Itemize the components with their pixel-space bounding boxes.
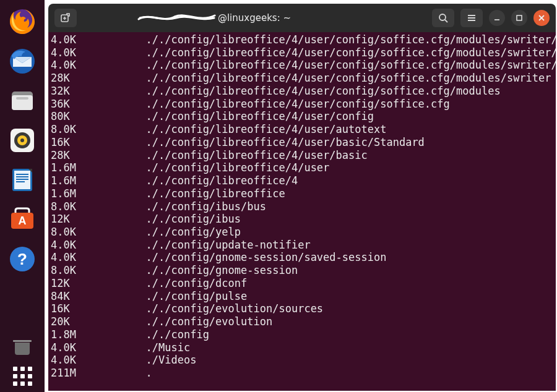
terminal-line: 4.0K ././config/libreoffice/4/user/confi… — [51, 46, 553, 59]
terminal-output[interactable]: 4.0K ././config/libreoffice/4/user/confi… — [48, 32, 556, 391]
hamburger-menu-button[interactable] — [460, 9, 483, 27]
minimize-button[interactable] — [489, 10, 505, 26]
thunderbird-icon[interactable] — [6, 45, 39, 78]
terminal-line: 4.0K ././config/update-notifier — [51, 239, 553, 252]
terminal-line: 1.6M ././config/libreoffice/4 — [51, 174, 553, 187]
svg-rect-14 — [16, 181, 25, 182]
window-title: @linuxgeeks: ~ — [218, 12, 291, 23]
terminal-line: 12K ././config/dconf — [51, 277, 553, 290]
terminal-line: 4.0K ././config/libreoffice/4/user/confi… — [51, 33, 553, 46]
window-title-text: @linuxgeeks: ~ — [218, 12, 291, 23]
terminal-line: 1.8M ././config — [51, 328, 553, 341]
search-button[interactable] — [432, 9, 454, 27]
new-tab-button[interactable] — [54, 9, 77, 27]
svg-rect-21 — [517, 15, 522, 20]
terminal-window: @linuxgeeks: ~ — [48, 4, 556, 391]
terminal-line: 16K ././config/libreoffice/4/user/basic/… — [51, 136, 553, 149]
terminal-line: 80K ././config/libreoffice/4/user/config — [51, 110, 553, 123]
svg-rect-4 — [16, 97, 28, 100]
software-center-icon[interactable]: A — [6, 203, 39, 236]
svg-rect-12 — [16, 176, 28, 177]
help-icon[interactable]: ? — [6, 242, 39, 276]
terminal-line: 4.0K ././config/libreoffice/4/user/confi… — [51, 59, 553, 72]
terminal-line: 84K ././config/pulse — [51, 290, 553, 303]
svg-text:?: ? — [17, 250, 27, 268]
terminal-line: 8.0K ././config/yelp — [51, 226, 553, 239]
terminal-line: 28K ././config/libreoffice/4/user/config… — [51, 72, 553, 85]
maximize-button[interactable] — [511, 10, 527, 26]
terminal-line: 4.0K ././config/gnome-session/saved-sess… — [51, 251, 553, 264]
titlebar: @linuxgeeks: ~ — [48, 4, 556, 32]
svg-point-8 — [20, 138, 24, 142]
dock: A ? — [0, 0, 45, 392]
terminal-line: 20K ././config/evolution — [51, 315, 553, 328]
terminal-line: 1.6M ././config/libreoffice/4/user — [51, 161, 553, 174]
terminal-line: 4.0K ./Music — [51, 341, 553, 354]
terminal-line: 8.0K ././config/gnome-session — [51, 264, 553, 277]
svg-text:A: A — [19, 215, 27, 227]
terminal-line: 16K ././config/evolution/sources — [51, 302, 553, 315]
svg-rect-13 — [16, 179, 28, 180]
close-button[interactable] — [533, 10, 550, 26]
files-icon[interactable] — [6, 84, 39, 117]
terminal-line: 12K ././config/ibus — [51, 213, 553, 226]
terminal-line: 8.0K ././config/ibus/bus — [51, 200, 553, 213]
terminal-line: 4.0K ./Videos — [51, 354, 553, 367]
terminal-line: 28K ././config/libreoffice/4/user/basic — [51, 149, 553, 162]
svg-point-20 — [439, 14, 446, 20]
rhythmbox-icon[interactable] — [6, 124, 39, 157]
terminal-line: 36K ././config/libreoffice/4/user/config… — [51, 98, 553, 111]
firefox-icon[interactable] — [6, 5, 39, 38]
libreoffice-writer-icon[interactable] — [6, 163, 39, 197]
show-applications-icon[interactable] — [6, 361, 39, 391]
trash-icon[interactable] — [7, 338, 38, 355]
terminal-line: 211M . — [51, 367, 553, 380]
terminal-line: 8.0K ././config/libreoffice/4/user/autot… — [51, 123, 553, 136]
svg-rect-11 — [16, 174, 28, 175]
terminal-line: 32K ././config/libreoffice/4/user/config… — [51, 85, 553, 98]
terminal-line: 1.6M ././config/libreoffice — [51, 187, 553, 200]
